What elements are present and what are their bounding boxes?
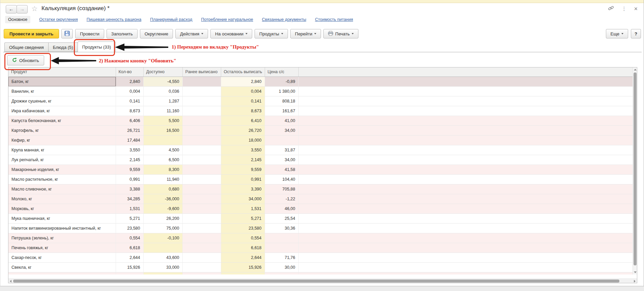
cell-product[interactable]: Макаронные изделия, кг <box>8 165 116 174</box>
cell-previously-issued[interactable] <box>182 243 221 253</box>
table-row[interactable]: Морковь, кг 1,531 -9,600 1,531 46,00 <box>8 204 633 213</box>
cell-price[interactable]: 41,58 <box>265 165 298 174</box>
cell-qty[interactable]: 1,531 <box>116 204 143 213</box>
col-header-previously-issued[interactable]: Ранее выписано <box>182 67 221 77</box>
cell-remaining[interactable]: 1,531 <box>221 204 265 213</box>
cell-previously-issued[interactable] <box>182 145 221 155</box>
cell-product[interactable]: Капуста белокочанная, кг <box>8 116 116 125</box>
cell-remaining[interactable]: 23,580 <box>221 223 265 233</box>
cell-remaining[interactable]: 18,000 <box>221 135 265 145</box>
cell-remaining[interactable]: 1,500 <box>221 272 265 274</box>
cell-available[interactable]: 16,500 <box>143 125 182 135</box>
scroll-down-icon[interactable] <box>634 271 637 273</box>
cell-price[interactable]: 30,00 <box>265 262 298 272</box>
cell-product[interactable]: Дрожжи сушеные, кг <box>8 96 116 106</box>
nav-item-main[interactable]: Основное <box>5 16 30 23</box>
cell-product[interactable]: Петрушка (зелень), кг <box>8 233 116 243</box>
cell-available[interactable]: -4,550 <box>143 77 182 86</box>
cell-qty[interactable]: 2,145 <box>116 155 143 165</box>
table-row[interactable]: Кефир, кг 17,484 18,000 <box>8 135 633 145</box>
table-row[interactable]: Печень говяжья, кг 6,618 6,618 <box>8 243 633 253</box>
goto-menu-button[interactable]: Перейти <box>290 29 321 38</box>
cell-previously-issued[interactable] <box>182 135 221 145</box>
cell-price[interactable] <box>265 243 298 253</box>
cell-previously-issued[interactable] <box>182 165 221 174</box>
cell-previously-issued[interactable] <box>182 155 221 165</box>
cell-remaining[interactable]: 6,618 <box>221 243 265 253</box>
table-row[interactable]: Масло сливочное, кг 3,388 0,680 3,390 70… <box>8 184 633 194</box>
cell-previously-issued[interactable] <box>182 106 221 116</box>
cell-qty[interactable]: 34,285 <box>116 194 143 204</box>
tab-general-info[interactable]: Общие сведения <box>4 42 48 52</box>
cell-previously-issued[interactable] <box>182 116 221 125</box>
post-and-close-button[interactable]: Провести и закрыть <box>4 29 59 38</box>
get-link-icon[interactable] <box>608 5 614 12</box>
help-button[interactable]: ? <box>631 29 641 38</box>
horizontal-scrollbar-thumb[interactable] <box>13 280 619 283</box>
tab-dishes[interactable]: Блюда (5) <box>48 42 78 52</box>
close-icon[interactable]: × <box>634 5 638 12</box>
cell-price[interactable]: 104,40 <box>265 174 298 184</box>
table-row[interactable]: Мука пшеничная, кг 5,271 26,200 5,271 25… <box>8 213 633 223</box>
cell-qty[interactable]: 9,559 <box>116 165 143 174</box>
col-header-available[interactable]: Доступно <box>143 67 182 77</box>
cell-qty[interactable]: 17,484 <box>116 135 143 145</box>
cell-previously-issued[interactable] <box>182 96 221 106</box>
cell-product[interactable]: Лук репчатый, кг <box>8 155 116 165</box>
cell-available[interactable]: 1,287 <box>143 96 182 106</box>
cell-available[interactable]: 75,000 <box>143 223 182 233</box>
cell-qty[interactable]: 8,673 <box>116 106 143 116</box>
cell-remaining[interactable]: 0,991 <box>221 174 265 184</box>
cell-qty[interactable]: 2,644 <box>116 253 143 262</box>
cell-remaining[interactable]: 9,559 <box>221 165 265 174</box>
cell-remaining[interactable]: 15,926 <box>221 262 265 272</box>
cell-product[interactable]: Печень говяжья, кг <box>8 243 116 253</box>
post-button[interactable]: Провести <box>75 29 104 38</box>
products-menu-button[interactable]: Продукты <box>255 29 288 38</box>
table-row[interactable]: Свекла, кг 15,926 33,000 15,926 30,00 <box>8 262 633 272</box>
cell-price[interactable]: 34,00 <box>265 155 298 165</box>
cell-price[interactable]: 71,76 <box>265 253 298 262</box>
nav-link-food-cost[interactable]: Стоимость питания <box>315 17 353 22</box>
cell-available[interactable]: -9,600 <box>143 204 182 213</box>
cell-price[interactable]: 34,00 <box>265 125 298 135</box>
cell-available[interactable]: -0,100 <box>143 233 182 243</box>
scroll-right-icon[interactable] <box>634 280 636 283</box>
cell-price[interactable]: 41,00 <box>265 116 298 125</box>
cell-qty[interactable]: 15,926 <box>116 262 143 272</box>
vertical-scrollbar-thumb[interactable] <box>634 72 637 265</box>
cell-previously-issued[interactable] <box>182 233 221 243</box>
print-menu-button[interactable]: Печать <box>323 29 358 38</box>
cell-qty[interactable]: 6,406 <box>116 116 143 125</box>
cell-remaining[interactable]: 5,271 <box>221 213 265 223</box>
cell-qty[interactable]: 1,118 <box>116 272 143 274</box>
cell-product[interactable]: Молоко, кг <box>8 194 116 204</box>
cell-remaining[interactable]: 26,720 <box>221 125 265 135</box>
cell-available[interactable]: 26,200 <box>143 213 182 223</box>
cell-available[interactable] <box>143 243 182 253</box>
cell-product[interactable]: Морковь, кг <box>8 204 116 213</box>
cell-price[interactable]: -1,22 <box>265 194 298 204</box>
cell-product[interactable]: Масло растительное, кг <box>8 174 116 184</box>
rounding-button[interactable]: Округление <box>140 29 173 38</box>
cell-qty[interactable]: 23,580 <box>116 223 143 233</box>
nav-link-related-documents[interactable]: Связанные документы <box>262 17 306 22</box>
table-row[interactable]: Картофель, кг 26,721 16,500 26,720 34,00 <box>8 125 633 135</box>
cell-price[interactable]: 30,36 <box>265 223 298 233</box>
cell-available[interactable]: 4,500 <box>143 145 182 155</box>
cell-product[interactable]: Крупа манная, кг <box>8 145 116 155</box>
cell-price[interactable]: 25,54 <box>265 213 298 223</box>
cell-product[interactable]: Кефир, кг <box>8 135 116 145</box>
table-row[interactable]: Капуста белокочанная, кг 6,406 5,500 6,4… <box>8 116 633 125</box>
actions-menu-button[interactable]: Действия <box>175 29 208 38</box>
cell-previously-issued[interactable] <box>182 213 221 223</box>
table-row[interactable]: Лук репчатый, кг 2,145 6,500 2,145 34,00 <box>8 155 633 165</box>
table-row[interactable]: Сметана 15%, кг 1,118 1,000 1,500 6,00 <box>8 272 633 274</box>
cell-qty[interactable]: 5,271 <box>116 213 143 223</box>
cell-qty[interactable]: 3,550 <box>116 145 143 155</box>
cell-available[interactable]: -36,000 <box>143 194 182 204</box>
cell-available[interactable]: 33,000 <box>143 262 182 272</box>
more-button[interactable]: Еще <box>606 29 628 38</box>
cell-previously-issued[interactable] <box>182 184 221 194</box>
table-row[interactable]: Напиток витаминизированный инстантный, к… <box>8 223 633 233</box>
